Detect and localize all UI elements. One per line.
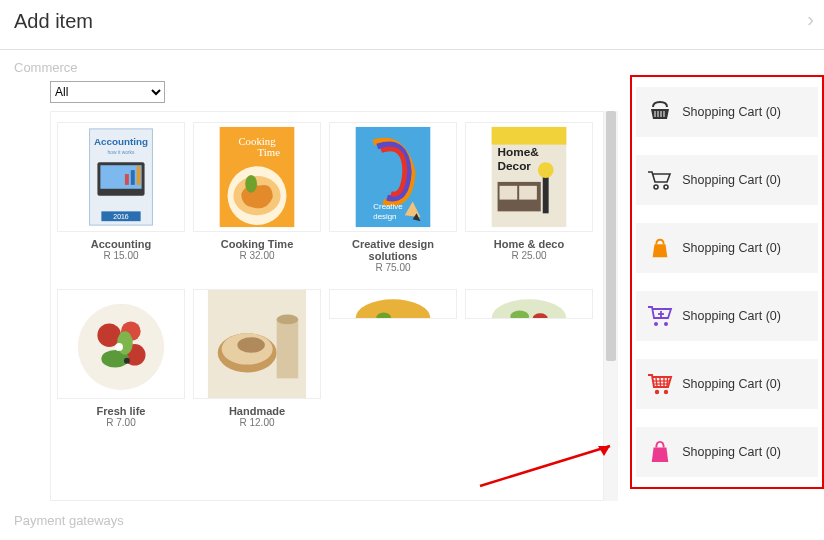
close-icon[interactable]: › xyxy=(807,8,814,31)
section-label-commerce: Commerce xyxy=(0,60,824,75)
product-thumb[interactable] xyxy=(193,289,321,399)
product-title: Handmade xyxy=(193,405,321,417)
cart-widget-label: Shopping Cart (0) xyxy=(682,105,781,119)
product-price: R 75.00 xyxy=(329,262,457,273)
cart-widget-label: Shopping Cart (0) xyxy=(682,241,781,255)
svg-rect-28 xyxy=(543,174,549,213)
svg-point-44 xyxy=(277,315,299,325)
product-title: Fresh life xyxy=(57,405,185,417)
product-card[interactable]: Home& Decor Home & deco R 25.00 xyxy=(465,122,593,281)
svg-text:how it works: how it works xyxy=(108,150,135,155)
product-title: Cooking Time xyxy=(193,238,321,250)
svg-point-66 xyxy=(655,390,659,394)
cart-widget-basket[interactable]: Shopping Cart (0) xyxy=(636,87,818,137)
scrollbar[interactable] xyxy=(604,111,618,501)
svg-point-47 xyxy=(492,299,567,318)
product-price: R 7.00 xyxy=(57,417,185,428)
bag-icon xyxy=(646,234,674,262)
svg-text:Decor: Decor xyxy=(498,159,532,172)
svg-rect-6 xyxy=(137,166,141,185)
svg-text:Home&: Home& xyxy=(498,145,540,158)
cart-widget-trolley-fill[interactable]: Shopping Cart (0) xyxy=(636,359,818,409)
trolley-plus-icon xyxy=(646,302,674,330)
svg-point-67 xyxy=(664,390,668,394)
cart-widget-label: Shopping Cart (0) xyxy=(682,445,781,459)
svg-line-60 xyxy=(656,378,657,386)
product-thumb[interactable]: Home& Decor xyxy=(465,122,593,232)
svg-point-55 xyxy=(664,185,668,189)
product-card[interactable]: Handmade R 12.00 xyxy=(193,289,321,436)
svg-text:Time: Time xyxy=(258,146,281,158)
product-thumb[interactable] xyxy=(57,289,185,399)
svg-point-45 xyxy=(356,299,431,318)
product-grid: Accounting how it works 2016 Accounting xyxy=(50,111,604,501)
product-price: R 25.00 xyxy=(465,250,593,261)
trolley-fill-icon xyxy=(646,370,674,398)
basket-icon xyxy=(646,98,674,126)
svg-text:design: design xyxy=(373,212,396,221)
product-card[interactable] xyxy=(329,289,457,436)
bag-fill-icon xyxy=(646,438,674,466)
svg-rect-22 xyxy=(492,127,567,145)
svg-line-63 xyxy=(667,378,668,386)
svg-point-29 xyxy=(538,162,554,178)
cart-widget-bag-pink[interactable]: Shopping Cart (0) xyxy=(636,427,818,477)
product-card[interactable]: Creative design Creative design solution… xyxy=(329,122,457,281)
svg-point-56 xyxy=(654,322,658,326)
svg-rect-26 xyxy=(500,186,518,200)
product-price: R 15.00 xyxy=(57,250,185,261)
product-card[interactable]: Fresh life R 7.00 xyxy=(57,289,185,436)
svg-point-15 xyxy=(245,175,257,193)
svg-text:Accounting: Accounting xyxy=(94,136,148,147)
svg-point-57 xyxy=(664,322,668,326)
divider xyxy=(0,49,824,50)
cart-widget-bag-orange[interactable]: Shopping Cart (0) xyxy=(636,223,818,273)
product-thumb[interactable]: Accounting how it works 2016 xyxy=(57,122,185,232)
product-thumb[interactable] xyxy=(329,289,457,319)
scrollbar-thumb[interactable] xyxy=(606,111,616,361)
product-title: Creative design solutions xyxy=(329,238,457,262)
product-title: Home & deco xyxy=(465,238,593,250)
svg-text:2016: 2016 xyxy=(113,213,128,220)
cart-widgets-panel: Shopping Cart (0) Shopping Cart (0) Shop… xyxy=(630,75,824,489)
filter-select[interactable]: All xyxy=(50,81,165,103)
product-thumb[interactable] xyxy=(465,289,593,319)
page-title: Add item xyxy=(14,10,93,32)
product-title: Accounting xyxy=(57,238,185,250)
product-price: R 32.00 xyxy=(193,250,321,261)
cart-widget-label: Shopping Cart (0) xyxy=(682,309,781,323)
product-card[interactable]: Cooking Time Cooking Time R 32.00 xyxy=(193,122,321,281)
svg-point-36 xyxy=(117,331,133,355)
cart-widget-label: Shopping Cart (0) xyxy=(682,377,781,391)
section-label-payment: Payment gateways xyxy=(0,513,824,528)
svg-rect-7 xyxy=(125,174,129,185)
cart-widget-label: Shopping Cart (0) xyxy=(682,173,781,187)
trolley-outline-icon xyxy=(646,166,674,194)
product-price: R 12.00 xyxy=(193,417,321,428)
product-thumb[interactable]: Cooking Time xyxy=(193,122,321,232)
svg-text:Cooking: Cooking xyxy=(238,135,276,147)
svg-text:Creative: Creative xyxy=(373,202,403,211)
svg-rect-5 xyxy=(131,170,135,185)
product-card[interactable]: Accounting how it works 2016 Accounting xyxy=(57,122,185,281)
product-card[interactable] xyxy=(465,289,593,436)
cart-widget-trolley-plus[interactable]: Shopping Cart (0) xyxy=(636,291,818,341)
svg-point-42 xyxy=(237,337,264,353)
svg-rect-27 xyxy=(519,186,537,200)
cart-widget-trolley-outline[interactable]: Shopping Cart (0) xyxy=(636,155,818,205)
svg-point-37 xyxy=(115,343,123,351)
svg-rect-43 xyxy=(277,319,299,378)
svg-point-54 xyxy=(654,185,658,189)
product-thumb[interactable]: Creative design xyxy=(329,122,457,232)
svg-rect-4 xyxy=(100,165,141,189)
svg-line-61 xyxy=(660,378,661,386)
svg-point-38 xyxy=(124,358,130,364)
